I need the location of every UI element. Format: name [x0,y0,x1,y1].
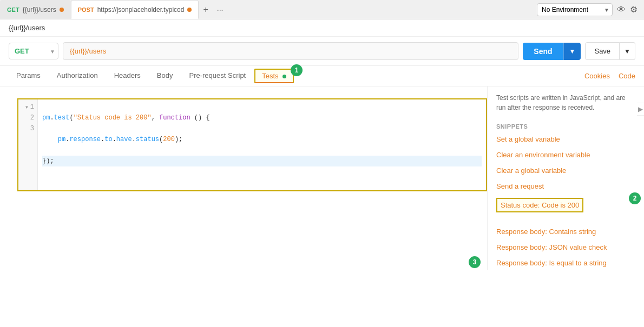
right-actions: Cookies Code [584,72,635,80]
tab-post-dot [187,8,192,12]
tests-label: Tests [262,72,278,80]
snippet-status-code-200[interactable]: Status code: Code is 200 [496,198,583,212]
snippet-response-equal[interactable]: Response body: Is equal to a string [496,259,635,267]
code-line-2: pm.response.to.have.status(200); [42,134,482,145]
send-dropdown-button[interactable]: ▼ [563,43,581,60]
save-button[interactable]: Save [585,42,620,60]
right-panel: Test scripts are written in JavaScript, … [487,86,644,270]
tab-prerequest[interactable]: Pre-request Script [181,67,253,85]
gutter-line-1: ▼ 1 [18,102,37,112]
main-content: ▼ 1 2 3 pm.test("Status code is 200", fu… [0,86,644,270]
tab-tests[interactable]: Tests [254,69,294,83]
more-tabs-button[interactable]: ··· [213,3,228,16]
tab-post[interactable]: POST https://jsonplaceholder.typicod [71,0,199,19]
right-panel-description: Test scripts are written in JavaScript, … [496,93,635,112]
badge-3: 3 [469,256,481,268]
tab-get[interactable]: GET {{url}}/users [0,0,71,19]
tab-bar: GET {{url}}/users POST https://jsonplace… [0,0,644,19]
editor-area[interactable]: ▼ 1 2 3 pm.test("Status code is 200", fu… [17,98,487,191]
tab-post-url: https://jsonplaceholder.typicod [97,6,185,14]
badge-2: 2 [629,192,641,204]
save-dropdown-button[interactable]: ▼ [620,42,635,60]
tab-headers[interactable]: Headers [107,67,148,85]
gutter-line-3: 3 [18,123,37,134]
send-button[interactable]: Send [523,43,563,60]
tests-dot [282,75,286,78]
tab-authorization[interactable]: Authorization [49,67,106,85]
url-bar: GET POST PUT DELETE ▼ Send ▼ Save ▼ [0,37,644,66]
tab-post-method: POST [78,6,94,13]
code-link[interactable]: Code [619,72,635,80]
editor-code[interactable]: pm.test("Status code is 200", function (… [38,99,486,190]
snippet-set-global[interactable]: Set a global variable [496,135,635,143]
request-tabs: Params Authorization Headers Body Pre-re… [0,66,644,86]
tab-get-url: {{url}}/users [23,6,56,14]
code-line-1: pm.test("Status code is 200", function (… [42,112,482,123]
url-input[interactable] [63,42,518,60]
settings-icon[interactable]: ⚙ [630,4,638,15]
cookies-link[interactable]: Cookies [584,72,610,80]
request-title: {{url}}/users [0,19,644,37]
tab-get-method: GET [7,6,19,13]
snippet-clear-global[interactable]: Clear a global variable [496,166,635,175]
tab-body[interactable]: Body [149,67,181,85]
snippet-clear-env[interactable]: Clear an environment variable [496,151,635,159]
eye-icon[interactable]: 👁 [617,5,626,15]
panel-expand-arrow[interactable]: ▶ [637,103,644,116]
snippet-response-contains[interactable]: Response body: Contains string [496,228,635,236]
tab-params[interactable]: Params [9,67,48,85]
badge-1: 1 [291,64,303,76]
add-tab-button[interactable]: + [199,3,212,17]
environment-select[interactable]: No Environment [537,3,613,16]
code-line-3: }); [42,156,482,166]
editor-gutter: ▼ 1 2 3 [18,99,38,190]
snippets-title: SNIPPETS [496,123,635,130]
gutter-line-2: 2 [18,112,37,123]
method-select[interactable]: GET POST PUT DELETE [9,43,58,59]
snippet-send-request[interactable]: Send a request [496,182,635,190]
snippet-response-json[interactable]: Response body: JSON value check [496,243,635,251]
tab-get-dot [60,8,64,12]
